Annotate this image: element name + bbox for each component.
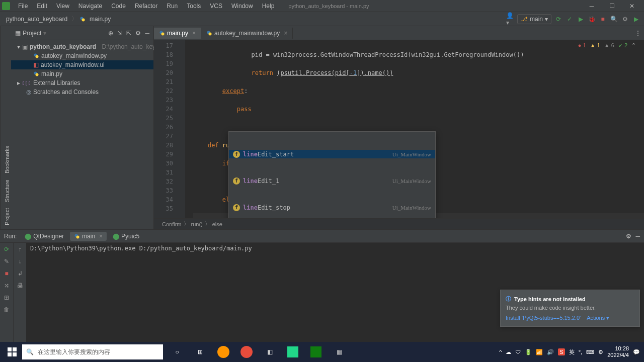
tree-file[interactable]: autokey_mainwindow.py xyxy=(11,51,153,60)
exit-button[interactable]: ⤭ xyxy=(2,281,11,290)
task-firefox[interactable] xyxy=(213,342,233,362)
menu-view[interactable]: View xyxy=(52,2,73,11)
search-icon[interactable]: 🔍 xyxy=(610,15,618,23)
tree-file-selected[interactable]: ◧autokey_mainwindow.ui xyxy=(11,60,153,69)
windows-taskbar: 🔍 在这里输入你要搜索的内容 ○ ⊞ ◧ ▦ ^ ☁ 🛡 🔋 📶 🔊 S 英 °… xyxy=(0,342,644,362)
tray-security-icon[interactable]: 🛡 xyxy=(515,349,521,355)
stop-button[interactable]: ■ xyxy=(2,269,11,278)
menu-run[interactable]: Run xyxy=(163,2,182,11)
completion-item[interactable]: f lineEdit_start Ui_MainWindow xyxy=(229,150,435,158)
weak-warning-indicator[interactable]: ▲ 6 xyxy=(604,42,614,49)
maximize-button[interactable]: ☐ xyxy=(602,0,622,12)
close-tab-icon[interactable]: × xyxy=(284,30,287,37)
tray-ime-logo[interactable]: S xyxy=(558,348,565,355)
tree-root[interactable]: ▾▣python_auto_keyboard D:\python_auto_ke… xyxy=(11,42,153,51)
tray-ime-punct[interactable]: °, xyxy=(579,349,582,355)
settings-icon[interactable]: ⚙ xyxy=(621,15,629,23)
panel-settings-icon[interactable]: ⚙ xyxy=(135,30,141,37)
collapse-icon[interactable]: ⇱ xyxy=(126,30,131,37)
print-icon[interactable]: 🖶 xyxy=(16,281,25,290)
task-app2[interactable]: ◧ xyxy=(260,342,280,362)
menu-tools[interactable]: Tools xyxy=(183,2,205,11)
modify-run-button[interactable]: ✎ xyxy=(2,257,11,266)
sidebar-structure-tab[interactable]: Structure xyxy=(2,179,10,202)
inspection-icon[interactable]: ⌃ xyxy=(631,42,636,49)
error-indicator[interactable]: ● 1 xyxy=(578,42,586,49)
menu-vcs[interactable]: VCS xyxy=(206,2,226,11)
editor-more-icon[interactable]: ⋮ xyxy=(635,30,644,37)
editor-tab-main[interactable]: main.py× xyxy=(154,28,201,39)
breadcrumb-file[interactable]: main.py xyxy=(88,15,113,24)
minimize-button[interactable]: ─ xyxy=(582,0,602,12)
project-panel-title[interactable]: ▦Project▾ xyxy=(15,30,46,37)
run-settings-icon[interactable]: ⚙ xyxy=(626,233,631,240)
code-editor[interactable]: 17181920212223242526272829303132333435 p… xyxy=(154,40,644,218)
tray-ime-settings[interactable]: ⚙ xyxy=(598,349,603,355)
menu-file[interactable]: File xyxy=(14,2,32,11)
git-branch[interactable]: ⎇main▾ xyxy=(517,14,551,24)
tray-volume-icon[interactable]: 🔊 xyxy=(547,349,554,355)
stop-icon[interactable]: ■ xyxy=(599,15,607,23)
expand-icon[interactable]: ⇲ xyxy=(117,30,122,37)
task-view[interactable]: ⊞ xyxy=(190,342,210,362)
completion-item[interactable]: f lineEdit_stop Ui_MainWindow xyxy=(229,203,435,212)
menu-navigate[interactable]: Navigate xyxy=(74,2,106,11)
tray-ime-mode[interactable]: ⌨ xyxy=(586,349,594,355)
typo-indicator[interactable]: ✓ 2 xyxy=(618,42,627,49)
close-button[interactable]: ✕ xyxy=(622,0,642,12)
delete-button[interactable]: 🗑 xyxy=(2,305,11,314)
task-cortana[interactable]: ○ xyxy=(167,342,187,362)
wrap-icon[interactable]: ↲ xyxy=(16,269,25,278)
tray-clock[interactable]: 10:28 2022/4/4 xyxy=(607,345,629,358)
close-tab-icon[interactable]: × xyxy=(192,30,196,37)
svg-rect-12 xyxy=(8,347,12,351)
vcs-commit-icon[interactable]: ✓ xyxy=(566,15,574,23)
menu-refactor[interactable]: Refactor xyxy=(131,2,162,11)
taskbar-search[interactable]: 🔍 在这里输入你要搜索的内容 xyxy=(22,344,163,359)
notification-install-link[interactable]: Install 'PyQt5-stubs==5.15.2.0' xyxy=(506,315,581,321)
tray-overflow[interactable]: ^ xyxy=(499,349,502,355)
editor-breadcrumb[interactable]: Confirm〉run()〉else xyxy=(154,218,644,229)
sidebar-project-tab[interactable]: Project xyxy=(2,208,10,225)
menu-window[interactable]: Window xyxy=(227,2,257,11)
warning-indicator[interactable]: ▲ 1 xyxy=(590,42,600,49)
layout-button[interactable]: ⊞ xyxy=(2,293,11,302)
sidebar-bookmarks-tab[interactable]: Bookmarks xyxy=(2,146,10,173)
locate-icon[interactable]: ⊕ xyxy=(108,30,113,37)
panel-hide-icon[interactable]: ─ xyxy=(145,30,149,37)
run-config-icon[interactable]: ▶ xyxy=(632,15,640,23)
run-tab-pyuic5[interactable]: ⬤Pyuic5 xyxy=(109,232,143,241)
run-icon[interactable]: ▶ xyxy=(577,15,585,23)
editor-gutter[interactable]: 17181920212223242526272829303132333435 xyxy=(154,40,177,218)
scroll-down-icon[interactable]: ↓ xyxy=(16,257,25,266)
notification-actions-link[interactable]: Actions ▾ xyxy=(587,315,609,321)
search-icon: 🔍 xyxy=(26,348,34,355)
vcs-update-icon[interactable]: ⟳ xyxy=(554,15,562,23)
completion-item[interactable]: f lineEdit_1 Ui_MainWindow xyxy=(229,176,435,185)
rerun-button[interactable]: ⟳ xyxy=(2,245,11,254)
menu-code[interactable]: Code xyxy=(107,2,130,11)
breadcrumb-project[interactable]: python_auto_keyboard xyxy=(4,15,69,24)
task-app4[interactable]: ▦ xyxy=(329,342,349,362)
menu-edit[interactable]: Edit xyxy=(33,2,51,11)
tree-external-libs[interactable]: ▸⫾⫿⫾External Libraries xyxy=(11,78,153,87)
tray-battery-icon[interactable]: 🔋 xyxy=(525,349,532,355)
task-app3[interactable] xyxy=(306,342,326,362)
menu-help[interactable]: Help xyxy=(258,2,279,11)
tray-onedrive-icon[interactable]: ☁ xyxy=(506,349,511,355)
scroll-up-icon[interactable]: ↑ xyxy=(16,245,25,254)
task-app1[interactable] xyxy=(236,342,257,362)
tray-network-icon[interactable]: 📶 xyxy=(536,349,543,355)
tray-notifications-icon[interactable]: 💬 xyxy=(633,349,640,355)
user-icon[interactable]: 👤▾ xyxy=(506,15,514,23)
start-button[interactable] xyxy=(2,342,22,362)
debug-icon[interactable]: 🐞 xyxy=(588,15,596,23)
run-hide-icon[interactable]: ─ xyxy=(635,233,640,240)
tree-file[interactable]: main.py xyxy=(11,69,153,78)
run-tab-qtdesigner[interactable]: ⬤QtDesigner xyxy=(21,232,68,241)
tray-ime[interactable]: 英 xyxy=(569,348,575,356)
run-tab-main[interactable]: main× xyxy=(70,232,107,241)
tree-scratches[interactable]: ◎Scratches and Consoles xyxy=(11,87,153,97)
task-pycharm[interactable] xyxy=(283,342,303,362)
editor-tab-autokey[interactable]: autokey_mainwindow.py× xyxy=(201,28,293,39)
